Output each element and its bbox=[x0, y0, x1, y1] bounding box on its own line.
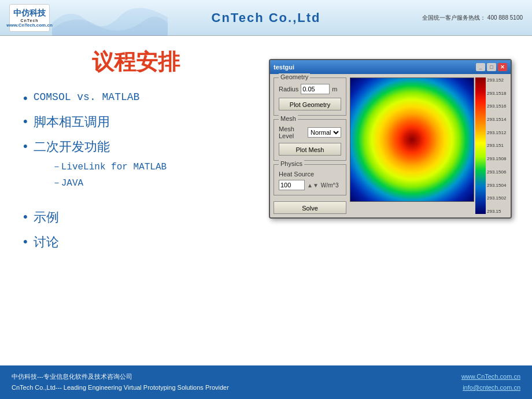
heatmap-display bbox=[350, 77, 474, 202]
sub-item-1: －LiveLink for MATLAB bbox=[52, 159, 167, 176]
heat-value-row: ▲▼ W/m^3 bbox=[279, 180, 341, 190]
minimize-button[interactable]: _ bbox=[476, 63, 485, 71]
colormap-label-6: 293.1508 bbox=[487, 156, 506, 161]
geometry-group-title: Geometry bbox=[279, 73, 310, 80]
list-item: • 示例 bbox=[23, 209, 254, 226]
heat-source-row: Heat Source bbox=[279, 171, 341, 178]
header: 中仿科技 CnTech www.CnTech.com.cn CnTech Co.… bbox=[0, 0, 532, 36]
colormap-label-5: 293.151 bbox=[487, 143, 506, 148]
gui-window: testgui _ □ ✕ Geometry Radius bbox=[269, 59, 512, 219]
physics-group: Physics Heat Source ▲▼ W/m^3 bbox=[274, 164, 346, 195]
mesh-level-select[interactable]: Normal Fine Coarse bbox=[308, 127, 341, 138]
bullet-text-5: 讨论 bbox=[34, 234, 59, 251]
gui-titlebar: testgui _ □ ✕ bbox=[270, 60, 511, 74]
footer-left: 中仿科技---专业信息化软件及技术咨询公司 CnTech Co.,Ltd--- … bbox=[12, 371, 229, 393]
colormap-label-8: 293.1504 bbox=[487, 183, 506, 188]
sub-items: －LiveLink for MATLAB －JAVA bbox=[52, 159, 167, 193]
gui-visualization: 293.152 293.1518 293.1516 293.1514 293.1… bbox=[350, 77, 507, 214]
radius-input[interactable] bbox=[301, 84, 330, 94]
radius-unit: m bbox=[332, 86, 337, 93]
footer-right: www.CnTech.com.cn info@cntech.com.cn bbox=[461, 371, 520, 393]
radius-row: Radius m bbox=[279, 84, 341, 94]
geometry-group: Geometry Radius m Plot Geometry bbox=[274, 77, 346, 116]
list-item: • COMSOL vs. MATLAB bbox=[23, 91, 254, 106]
plot-geometry-button[interactable]: Plot Geometry bbox=[279, 98, 341, 110]
gui-title-text: testgui bbox=[274, 64, 294, 71]
colormap-gradient bbox=[475, 77, 486, 214]
header-center-title: CnTech Co.,Ltd bbox=[212, 10, 321, 25]
plot-mesh-button[interactable]: Plot Mesh bbox=[279, 143, 341, 156]
bullet-text-2: 脚本相互调用 bbox=[34, 114, 110, 131]
footer-link2[interactable]: info@cntech.com.cn bbox=[463, 384, 520, 391]
mesh-group: Mesh Mesh Level Normal Fine Coarse Plot … bbox=[274, 119, 346, 161]
colormap-label-0: 293.152 bbox=[487, 77, 506, 83]
radius-label: Radius bbox=[279, 86, 298, 93]
footer-line1: 中仿科技---专业信息化软件及技术咨询公司 bbox=[12, 371, 229, 382]
logo-en-text: CnTech bbox=[20, 19, 38, 23]
colormap-label-2: 293.1516 bbox=[487, 104, 506, 109]
colormap-area: 293.152 293.1518 293.1516 293.1514 293.1… bbox=[475, 77, 507, 214]
list-item: • 二次开发功能 －LiveLink for MATLAB －JAVA bbox=[23, 139, 254, 192]
heat-spinner[interactable]: ▲▼ bbox=[307, 182, 319, 189]
hotline-label: 全国统一客户服务热线： bbox=[422, 14, 486, 21]
list-item: • 讨论 bbox=[23, 234, 254, 251]
mesh-group-title: Mesh bbox=[279, 115, 298, 122]
bullet-dot: • bbox=[23, 234, 28, 249]
bullet-text-1: COMSOL vs. MATLAB bbox=[34, 91, 140, 104]
right-panel: testgui _ □ ✕ Geometry Radius bbox=[266, 42, 515, 360]
spacer bbox=[23, 200, 254, 209]
footer-line2: CnTech Co.,Ltd--- Leading Engineering Vi… bbox=[12, 382, 229, 393]
heat-unit: W/m^3 bbox=[321, 182, 339, 189]
close-button[interactable]: ✕ bbox=[498, 63, 507, 71]
sub-item-2: －JAVA bbox=[52, 175, 167, 192]
colormap-label-7: 293.1506 bbox=[487, 169, 506, 175]
colormap-label-1: 293.1518 bbox=[487, 91, 506, 96]
logo-box: 中仿科技 CnTech www.CnTech.com.cn bbox=[9, 4, 50, 32]
colormap-label-3: 293.1514 bbox=[487, 117, 506, 122]
hotline-number: 400 888 5100 bbox=[487, 14, 523, 21]
gui-body: Geometry Radius m Plot Geometry Mesh Mes… bbox=[270, 74, 511, 217]
left-panel: 议程安排 • COMSOL vs. MATLAB • 脚本相互调用 • 二次开发… bbox=[17, 42, 254, 360]
colormap-label-9: 293.1502 bbox=[487, 195, 506, 201]
mesh-level-label: Mesh Level bbox=[279, 125, 305, 139]
bullet-dot: • bbox=[23, 209, 28, 224]
logo-cn-text: 中仿科技 bbox=[13, 8, 46, 19]
colormap-label-4: 293.1512 bbox=[487, 130, 506, 135]
colormap-labels: 293.152 293.1518 293.1516 293.1514 293.1… bbox=[487, 77, 506, 214]
bullet-list: • COMSOL vs. MATLAB • 脚本相互调用 • 二次开发功能 －L… bbox=[17, 91, 254, 250]
logo-area: 中仿科技 CnTech www.CnTech.com.cn bbox=[9, 4, 50, 32]
heat-source-label: Heat Source bbox=[279, 171, 314, 178]
heat-value-input[interactable] bbox=[279, 180, 305, 190]
footer-link1[interactable]: www.CnTech.com.cn bbox=[461, 373, 520, 380]
main-content: 议程安排 • COMSOL vs. MATLAB • 脚本相互调用 • 二次开发… bbox=[0, 36, 532, 365]
mesh-level-row: Mesh Level Normal Fine Coarse bbox=[279, 125, 341, 139]
bullet-dot: • bbox=[23, 114, 28, 129]
bullet-dot: • bbox=[23, 139, 28, 154]
bullet-text-4: 示例 bbox=[34, 209, 59, 226]
solve-button[interactable]: Solve bbox=[274, 201, 346, 214]
logo-url-text: www.CnTech.com.cn bbox=[6, 23, 53, 28]
footer: 中仿科技---专业信息化软件及技术咨询公司 CnTech Co.,Ltd--- … bbox=[0, 365, 532, 399]
header-hotline: 全国统一客户服务热线： 400 888 5100 bbox=[422, 14, 523, 22]
list-item: • 脚本相互调用 bbox=[23, 114, 254, 131]
bullet-text-3: 二次开发功能 bbox=[34, 139, 110, 154]
bullet-dot: • bbox=[23, 91, 28, 106]
header-wave-icon bbox=[52, 0, 168, 36]
slide-title: 议程安排 bbox=[17, 47, 254, 77]
colormap-label-10: 293.15 bbox=[487, 209, 506, 214]
gui-window-controls: _ □ ✕ bbox=[476, 63, 507, 71]
gui-controls-panel: Geometry Radius m Plot Geometry Mesh Mes… bbox=[274, 77, 346, 214]
restore-button[interactable]: □ bbox=[487, 63, 496, 71]
physics-group-title: Physics bbox=[279, 160, 304, 167]
